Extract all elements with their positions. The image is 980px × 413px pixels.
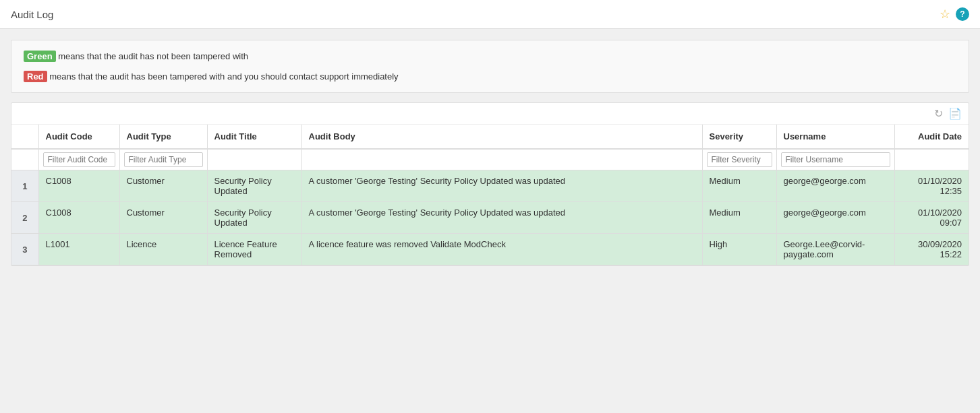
- audit-table: Audit Code Audit Type Audit Title Audit …: [11, 125, 969, 265]
- row-number: 1: [11, 170, 38, 202]
- filter-audit-date-cell: [894, 149, 969, 170]
- red-label: Red: [24, 71, 47, 82]
- filter-audit-type-cell: [119, 149, 207, 170]
- filter-audit-code-cell: [38, 149, 119, 170]
- table-container: ↻ 📄 Audit Code Audit Type Audit Title Au…: [11, 102, 969, 266]
- col-header-audit-type: Audit Type: [119, 125, 207, 149]
- cell-audit-body: A customer 'George Testing' Security Pol…: [301, 170, 702, 202]
- refresh-icon[interactable]: ↻: [934, 107, 943, 120]
- col-header-severity: Severity: [702, 125, 776, 149]
- table-header-row: Audit Code Audit Type Audit Title Audit …: [11, 125, 969, 149]
- cell-username: george@george.com: [776, 170, 894, 202]
- cell-audit-title: Security Policy Updated: [207, 202, 301, 234]
- star-icon[interactable]: ☆: [940, 7, 950, 22]
- table-row: 3L1001LicenceLicence Feature RemovedA li…: [11, 234, 969, 265]
- cell-audit-type: Licence: [119, 234, 207, 265]
- cell-audit-date: 01/10/2020 09:07: [894, 202, 969, 234]
- cell-audit-title: Licence Feature Removed: [207, 234, 301, 265]
- filter-audit-title-cell: [207, 149, 301, 170]
- table-row: 2C1008CustomerSecurity Policy UpdatedA c…: [11, 202, 969, 234]
- col-header-audit-title: Audit Title: [207, 125, 301, 149]
- info-green-line: Green means that the audit has not been …: [24, 50, 956, 63]
- green-text: means that the audit has not been tamper…: [56, 51, 248, 61]
- cell-username: George.Lee@corvid-paygate.com: [776, 234, 894, 265]
- filter-severity-input[interactable]: [707, 152, 772, 167]
- cell-audit-body: A customer 'George Testing' Security Pol…: [301, 202, 702, 234]
- filter-username-cell: [776, 149, 894, 170]
- red-text: means that the audit has been tampered w…: [47, 71, 399, 82]
- filter-row: [11, 149, 969, 170]
- export-icon[interactable]: 📄: [948, 107, 962, 120]
- header-icons: ☆ ?: [940, 7, 969, 22]
- filter-audit-body-cell: [301, 149, 702, 170]
- filter-severity-cell: [702, 149, 776, 170]
- cell-audit-date: 01/10/2020 12:35: [894, 170, 969, 202]
- cell-audit-code: L1001: [38, 234, 119, 265]
- row-number: 2: [11, 202, 38, 234]
- col-header-audit-body: Audit Body: [301, 125, 702, 149]
- filter-rownum: [11, 149, 38, 170]
- row-number: 3: [11, 234, 38, 265]
- cell-username: george@george.com: [776, 202, 894, 234]
- cell-audit-date: 30/09/2020 15:22: [894, 234, 969, 265]
- help-icon[interactable]: ?: [956, 7, 969, 21]
- cell-audit-type: Customer: [119, 170, 207, 202]
- cell-audit-title: Security Policy Updated: [207, 170, 301, 202]
- filter-audit-type-input[interactable]: [124, 152, 203, 167]
- col-header-audit-code: Audit Code: [38, 125, 119, 149]
- col-header-username: Username: [776, 125, 894, 149]
- info-red-line: Red means that the audit has been tamper…: [24, 70, 956, 84]
- col-header-rownum: [11, 125, 38, 149]
- cell-severity: Medium: [702, 202, 776, 234]
- cell-audit-body: A licence feature was removed Validate M…: [301, 234, 702, 265]
- col-header-audit-date: Audit Date: [894, 125, 969, 149]
- filter-username-input[interactable]: [781, 152, 890, 167]
- cell-audit-code: C1008: [38, 202, 119, 234]
- cell-audit-type: Customer: [119, 202, 207, 234]
- cell-audit-code: C1008: [38, 170, 119, 202]
- green-label: Green: [24, 51, 56, 62]
- table-row: 1C1008CustomerSecurity Policy UpdatedA c…: [11, 170, 969, 202]
- info-box: Green means that the audit has not been …: [11, 40, 969, 93]
- cell-severity: Medium: [702, 170, 776, 202]
- page-title: Audit Log: [11, 9, 53, 20]
- filter-audit-code-input[interactable]: [43, 152, 115, 167]
- cell-severity: High: [702, 234, 776, 265]
- page-header: Audit Log ☆ ?: [0, 0, 980, 29]
- table-toolbar: ↻ 📄: [11, 103, 969, 125]
